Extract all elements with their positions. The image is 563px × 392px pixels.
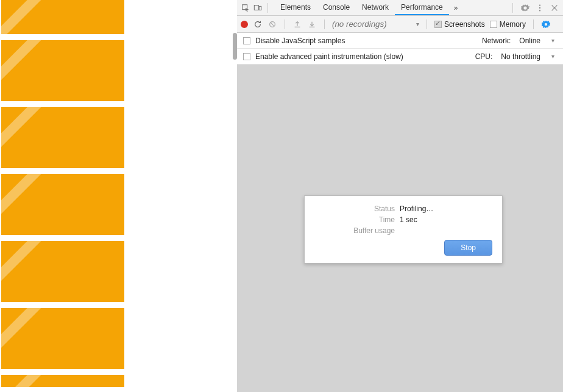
dialog-row-buffer: Buffer usage [314,226,492,235]
card [1,40,124,101]
devtools-panel: Elements Console Network Performance » [237,0,563,392]
tabbar-right-icons [510,3,563,13]
divider [267,3,268,13]
buffer-label: Buffer usage [314,226,400,235]
dialog-row-status: Status Profiling… [314,205,492,213]
checkbox-icon [490,21,497,28]
chevron-down-icon[interactable]: ▾ [549,37,557,44]
divider [533,19,534,29]
divider [285,19,285,29]
recordings-select[interactable] [332,19,411,29]
kebab-menu-icon[interactable] [535,3,545,13]
svg-point-4 [539,7,540,8]
device-toggle-icon[interactable] [253,3,263,13]
enable-paint-label: Enable advanced paint instrumentation (s… [255,52,470,61]
cpu-select[interactable]: No throttling [501,52,544,61]
checkbox-icon[interactable] [243,53,250,60]
svg-rect-0 [243,4,247,9]
tabbar-tabs: Elements Console Network Performance » [274,0,462,15]
network-label: Network: [482,37,511,45]
stop-button[interactable]: Stop [444,240,492,256]
tab-overflow[interactable]: » [449,0,463,15]
status-value: Profiling… [400,205,433,213]
card [1,174,124,235]
scrollbar-thumb[interactable] [233,33,237,60]
memory-checkbox[interactable]: Memory [490,20,526,29]
timeline-area: Status Profiling… Time 1 sec Buffer usag… [237,65,563,392]
checkbox-icon[interactable] [243,37,250,44]
tab-console[interactable]: Console [317,0,356,15]
option-row-enable-paint: Enable advanced paint instrumentation (s… [237,49,563,65]
dialog-buttons: Stop [314,240,492,256]
page-content [0,0,237,392]
tab-network[interactable]: Network [356,0,395,15]
download-icon[interactable] [307,19,317,29]
option-row-disable-js: Disable JavaScript samples Network: Onli… [237,33,563,49]
performance-toolbar: ▾ Screenshots Memory [237,16,563,33]
time-label: Time [314,215,400,224]
divider [427,19,427,29]
status-label: Status [314,205,400,213]
inspect-icon[interactable] [241,3,250,13]
upload-icon[interactable] [292,19,302,29]
tab-elements[interactable]: Elements [274,0,317,15]
record-button[interactable] [241,21,248,28]
time-value: 1 sec [400,215,417,224]
card [1,308,124,369]
svg-rect-2 [259,6,261,10]
capture-settings-icon[interactable] [541,19,551,29]
screenshots-checkbox[interactable]: Screenshots [434,20,485,29]
settings-icon[interactable] [520,3,530,13]
disable-js-label: Disable JavaScript samples [255,37,477,45]
svg-rect-1 [254,5,258,10]
chevron-down-icon[interactable]: ▾ [416,21,419,27]
card [1,107,124,168]
tabbar-left-icons [237,3,271,13]
devtools-tabbar: Elements Console Network Performance » [237,0,563,16]
profiling-dialog: Status Profiling… Time 1 sec Buffer usag… [304,195,503,264]
clear-icon[interactable] [267,19,277,29]
svg-point-5 [539,10,540,11]
card [1,375,124,387]
card [1,241,124,302]
chevron-down-icon[interactable]: ▾ [549,53,557,60]
capture-options: Disable JavaScript samples Network: Onli… [237,33,563,65]
dialog-row-time: Time 1 sec [314,215,492,224]
divider [324,19,325,29]
close-icon[interactable] [550,3,559,13]
divider [512,3,513,13]
memory-label: Memory [500,20,526,29]
cpu-label: CPU: [475,52,493,61]
svg-point-3 [539,4,540,5]
reload-icon[interactable] [253,19,263,29]
screenshots-label: Screenshots [444,20,485,29]
card [1,0,124,34]
network-select[interactable]: Online [519,37,544,45]
svg-point-6 [270,21,275,27]
tab-performance[interactable]: Performance [395,0,449,15]
checkbox-icon [434,21,442,28]
